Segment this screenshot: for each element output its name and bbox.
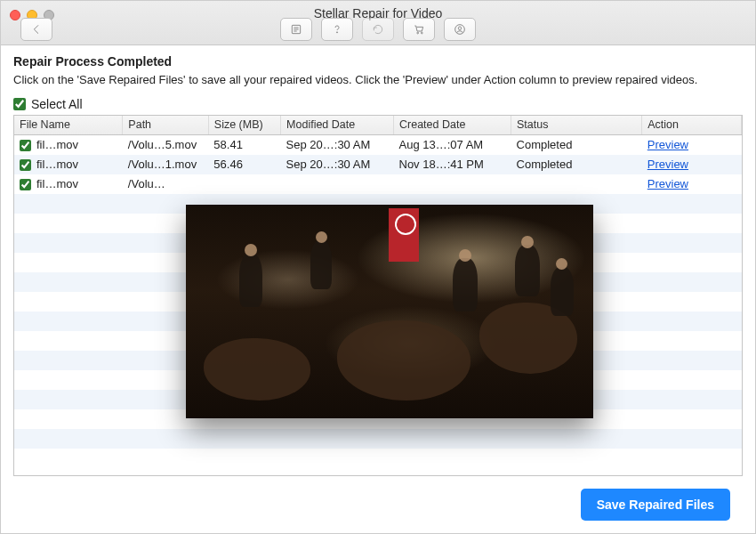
cell-status <box>511 174 642 194</box>
preview-link[interactable]: Preview <box>647 138 688 151</box>
log-icon-button[interactable] <box>280 18 312 41</box>
cell-created <box>394 174 511 194</box>
help-icon <box>330 22 344 36</box>
cell-status: Completed <box>511 135 642 155</box>
cell-filename: fil…mov <box>36 177 78 190</box>
cell-size: 58.41 <box>208 135 280 155</box>
select-all-checkbox[interactable] <box>13 98 26 110</box>
list-icon <box>289 22 303 36</box>
table-row[interactable]: fil…mov /Volu…5.mov 58.41 Sep 20…:30 AM … <box>14 135 742 155</box>
cell-modified: Sep 20…:30 AM <box>281 155 394 174</box>
col-created[interactable]: Created Date <box>394 116 511 135</box>
cell-filename: fil…mov <box>36 138 78 151</box>
svg-point-5 <box>417 32 419 34</box>
cell-path: /Volu…1.mov <box>123 155 208 174</box>
cart-icon <box>412 22 426 36</box>
cell-path: /Volu… <box>123 174 208 194</box>
col-filename[interactable]: File Name <box>14 116 123 135</box>
row-checkbox[interactable] <box>20 140 31 151</box>
cell-modified <box>281 174 394 194</box>
svg-point-6 <box>421 32 422 34</box>
page-subtext: Click on the 'Save Repaired Files' to sa… <box>13 72 743 88</box>
toolbar <box>1 18 755 41</box>
preview-link[interactable]: Preview <box>647 177 688 190</box>
select-all-row[interactable]: Select All <box>13 97 743 111</box>
col-modified[interactable]: Modified Date <box>281 116 394 135</box>
svg-point-4 <box>336 32 337 33</box>
refresh-icon <box>371 22 385 36</box>
cell-path: /Volu…5.mov <box>123 135 208 155</box>
account-button[interactable] <box>444 18 476 41</box>
refresh-button[interactable] <box>362 18 394 41</box>
row-checkbox[interactable] <box>20 179 31 190</box>
cell-created: Nov 18…:41 PM <box>394 155 511 174</box>
select-all-label: Select All <box>31 97 83 111</box>
help-button[interactable] <box>321 18 353 41</box>
cell-status: Completed <box>511 155 642 174</box>
svg-point-8 <box>458 27 461 29</box>
table-row[interactable]: fil…mov /Volu… Preview <box>14 174 742 194</box>
cell-filename: fil…mov <box>36 158 78 171</box>
save-repaired-files-button[interactable]: Save Repaired Files <box>581 489 730 521</box>
cell-modified: Sep 20…:30 AM <box>281 135 394 155</box>
cell-size <box>208 174 280 194</box>
app-window: Stellar Repair for Video Repa <box>0 0 756 534</box>
video-preview-popover[interactable] <box>186 205 593 418</box>
table-row-blank <box>14 429 742 449</box>
row-checkbox[interactable] <box>20 159 31 171</box>
col-action[interactable]: Action <box>642 116 742 135</box>
titlebar: Stellar Repair for Video <box>1 1 755 45</box>
table-header-row: File Name Path Size (MB) Modified Date C… <box>14 116 742 135</box>
page-heading: Repair Process Completed <box>13 54 743 69</box>
video-thumbnail-image <box>186 205 593 418</box>
col-path[interactable]: Path <box>123 116 208 135</box>
table-row[interactable]: fil…mov /Volu…1.mov 56.46 Sep 20…:30 AM … <box>14 155 742 174</box>
cell-size: 56.46 <box>208 155 280 174</box>
col-size[interactable]: Size (MB) <box>208 116 280 135</box>
preview-link[interactable]: Preview <box>647 158 688 171</box>
col-status[interactable]: Status <box>511 116 642 135</box>
user-icon <box>453 22 467 36</box>
footer: Save Repaired Files <box>13 476 743 533</box>
cell-created: Aug 13…:07 AM <box>394 135 511 155</box>
buy-button[interactable] <box>403 18 435 41</box>
